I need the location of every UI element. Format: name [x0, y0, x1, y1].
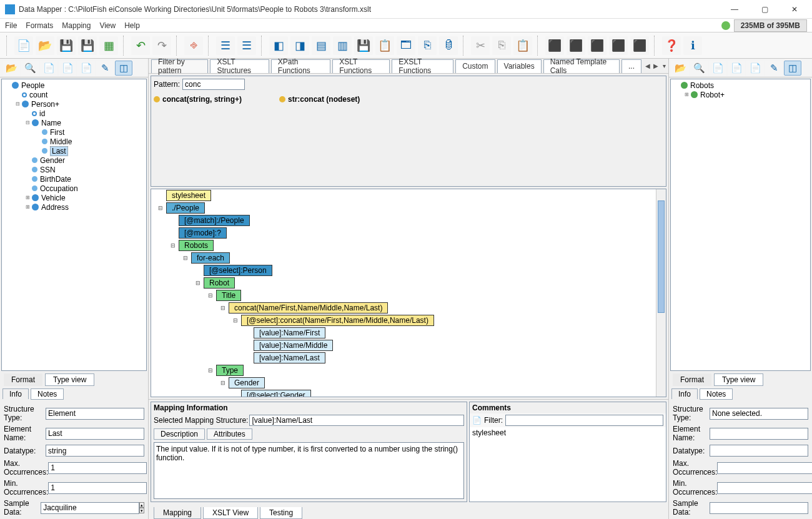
- tree-node[interactable]: First: [2, 127, 146, 137]
- btab-xsltview[interactable]: XSLT View: [203, 507, 258, 519]
- lt-btn6[interactable]: ✎: [96, 61, 114, 76]
- right-tab-typeview[interactable]: Type view: [714, 373, 763, 386]
- tool10-icon[interactable]: ⎘: [418, 36, 437, 55]
- xslt-node[interactable]: ⊟ [@select]:concat(Name/First,Name/Middl…: [151, 314, 666, 327]
- lt-btn7[interactable]: ◫: [115, 61, 132, 76]
- tool6-icon[interactable]: ▥: [333, 36, 352, 55]
- tree-node[interactable]: BirthDate: [2, 174, 146, 184]
- tree-node[interactable]: ⊞ Robot+: [671, 90, 810, 99]
- ftab-xslt-struct[interactable]: XSLT Structures: [210, 59, 269, 73]
- toggle-icon[interactable]: [24, 185, 31, 192]
- subtab-attributes[interactable]: Attributes: [207, 428, 252, 440]
- xslt-node[interactable]: [value]:Name/First: [151, 327, 666, 339]
- ftab-more[interactable]: ...: [621, 59, 641, 73]
- xslt-box[interactable]: Title: [216, 290, 241, 301]
- xslt-box[interactable]: [@select]:concat(Name/First,Name/Middle,…: [241, 315, 434, 326]
- left-tab-typeview[interactable]: Type view: [45, 373, 94, 386]
- toggle-icon[interactable]: ⊞: [24, 195, 31, 201]
- maximize-button[interactable]: ▢: [755, 2, 775, 17]
- rt-btn6[interactable]: ✎: [765, 61, 783, 76]
- tree-node[interactable]: ⊟ Name: [2, 118, 146, 127]
- xslt-node[interactable]: ⊟ Gender: [151, 377, 666, 389]
- toggle-icon[interactable]: ⊟: [219, 304, 227, 312]
- ftab-xsltfn[interactable]: XSLT Functions: [332, 59, 390, 73]
- ftab-vars[interactable]: Variables: [497, 59, 542, 73]
- db-icon[interactable]: 🛢: [439, 36, 458, 55]
- lt-btn3[interactable]: 📄: [40, 61, 57, 76]
- xslt-node[interactable]: stylesheet: [151, 189, 666, 202]
- p4-icon[interactable]: ⬛: [609, 36, 628, 55]
- property-input[interactable]: [717, 482, 812, 494]
- xslt-node[interactable]: ⊟ Type: [151, 364, 666, 377]
- toggle-icon[interactable]: ⊟: [182, 254, 189, 262]
- copy-icon[interactable]: ⎘: [492, 36, 511, 55]
- tool9-icon[interactable]: 🗔: [397, 36, 415, 55]
- toggle-icon[interactable]: [244, 342, 252, 349]
- property-input[interactable]: [46, 445, 144, 457]
- redo-icon[interactable]: ↷: [152, 36, 171, 55]
- toggle-icon[interactable]: ⊟: [194, 279, 202, 287]
- tree-node[interactable]: SSN: [2, 165, 146, 174]
- minimize-button[interactable]: —: [725, 2, 745, 17]
- right-tab-format[interactable]: Format: [673, 373, 711, 386]
- p5-icon[interactable]: ⬛: [630, 36, 649, 55]
- property-input[interactable]: [41, 502, 139, 514]
- undo-icon[interactable]: ↶: [131, 36, 150, 55]
- toggle-icon[interactable]: ⊞: [24, 204, 31, 210]
- tool4-icon[interactable]: ◨: [290, 36, 309, 55]
- menu-mapping[interactable]: Mapping: [62, 21, 91, 30]
- tool3-icon[interactable]: ◧: [269, 36, 288, 55]
- xslt-box[interactable]: [@match]:/People: [179, 215, 250, 226]
- lt-btn1[interactable]: 📂: [2, 61, 20, 76]
- property-input[interactable]: [717, 462, 812, 474]
- xslt-box[interactable]: [value]:Name/Middle: [254, 340, 333, 351]
- p2-icon[interactable]: ⬛: [567, 36, 585, 55]
- property-input[interactable]: [48, 482, 147, 494]
- scrollbar[interactable]: [656, 189, 666, 397]
- toggle-icon[interactable]: ⊟: [157, 204, 164, 212]
- xslt-node[interactable]: ⊟ Robots: [151, 239, 666, 252]
- xslt-box[interactable]: [value]:Name/First: [254, 327, 325, 339]
- toggle-icon[interactable]: [24, 111, 31, 117]
- exit-icon[interactable]: ⎆: [184, 36, 203, 55]
- xslt-box[interactable]: ./People: [166, 202, 205, 214]
- tree-node[interactable]: Last: [2, 146, 146, 156]
- toggle-icon[interactable]: [4, 82, 11, 89]
- right-infotab-info[interactable]: Info: [671, 388, 698, 399]
- tool1-icon[interactable]: ☰: [216, 36, 235, 55]
- xslt-node[interactable]: ⊟ for-each: [151, 252, 666, 264]
- export-xls-icon[interactable]: ▦: [99, 36, 118, 55]
- toggle-icon[interactable]: ⊟: [169, 242, 177, 249]
- toggle-icon[interactable]: [169, 229, 177, 237]
- tree-node[interactable]: Robots: [671, 81, 810, 90]
- xslt-node[interactable]: ⊟ Title: [151, 289, 666, 302]
- pattern-input[interactable]: [182, 79, 245, 90]
- rt-btn7[interactable]: ◫: [784, 61, 801, 76]
- btab-testing[interactable]: Testing: [260, 507, 302, 519]
- lt-btn4[interactable]: 📄: [59, 61, 76, 76]
- suggest-concat[interactable]: concat(string, string+): [154, 95, 242, 104]
- xslt-node[interactable]: [@mode]:?: [151, 227, 666, 239]
- tool8-icon[interactable]: 📋: [375, 36, 394, 55]
- toggle-icon[interactable]: [24, 176, 31, 182]
- tree-node[interactable]: ⊞ Vehicle: [2, 193, 146, 202]
- menu-formats[interactable]: Formats: [26, 21, 53, 30]
- close-button[interactable]: ✕: [785, 2, 805, 17]
- save-icon[interactable]: 💾: [57, 36, 76, 55]
- right-infotab-notes[interactable]: Notes: [700, 388, 733, 400]
- toggle-icon[interactable]: [34, 139, 41, 145]
- tree-node[interactable]: Middle: [2, 137, 146, 146]
- toggle-icon[interactable]: [244, 354, 252, 362]
- toggle-icon[interactable]: [232, 392, 239, 397]
- tab-prev-icon[interactable]: ◀: [643, 60, 651, 72]
- xslt-box[interactable]: Type: [216, 365, 244, 376]
- property-input[interactable]: [710, 445, 808, 457]
- rt-btn4[interactable]: 📄: [728, 61, 745, 76]
- p3-icon[interactable]: ⬛: [588, 36, 607, 55]
- left-infotab-info[interactable]: Info: [2, 388, 29, 399]
- lt-btn2[interactable]: 🔍: [21, 61, 39, 76]
- property-input[interactable]: [710, 428, 808, 440]
- property-input[interactable]: [710, 502, 808, 514]
- xslt-box[interactable]: [@mode]:?: [179, 227, 227, 239]
- btab-mapping[interactable]: Mapping: [154, 507, 201, 519]
